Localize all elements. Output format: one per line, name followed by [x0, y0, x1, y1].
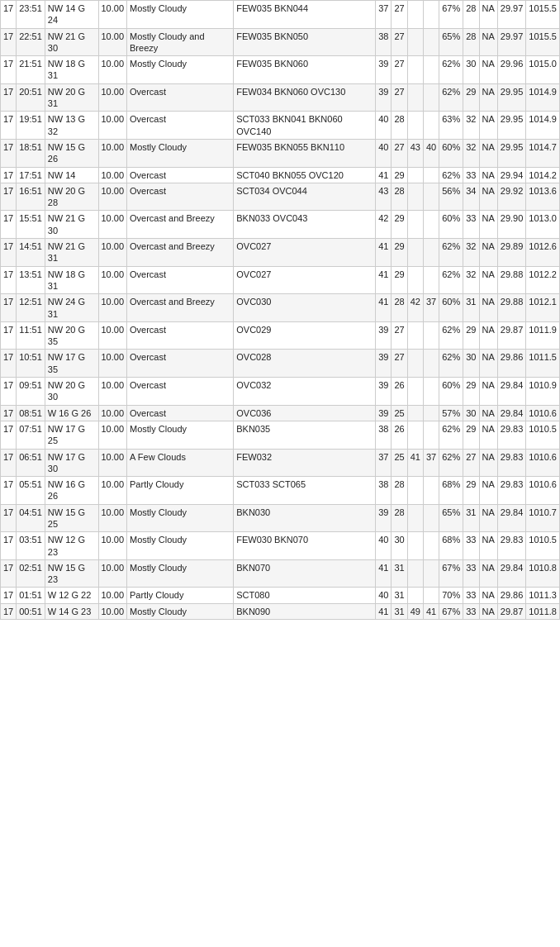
table-cell: 32 — [463, 112, 479, 140]
table-cell: 01:51 — [17, 588, 45, 603]
table-cell: NW 20 G 30 — [45, 378, 98, 406]
table-cell: BKN070 — [234, 559, 376, 588]
table-cell: 17 — [1, 532, 17, 560]
table-cell: 62% — [439, 421, 463, 449]
table-cell: OVC030 — [234, 294, 376, 322]
table-cell: NA — [479, 532, 497, 560]
table-cell: 29.84 — [497, 559, 526, 588]
table-cell: SCT033 SCT065 — [234, 477, 376, 505]
table-row: 1707:51NW 17 G 2510.00Mostly CloudyBKN03… — [1, 421, 560, 449]
table-cell: Mostly Cloudy — [127, 56, 234, 84]
table-cell: FEW035 BKN044 — [234, 1, 376, 29]
table-cell: 10.00 — [98, 449, 127, 477]
table-cell: 07:51 — [17, 421, 45, 449]
table-row: 1708:51W 16 G 2610.00OvercastOVC03639255… — [1, 405, 560, 421]
table-cell: NW 14 G 24 — [45, 1, 98, 29]
table-cell: 17 — [1, 378, 17, 406]
table-cell — [407, 378, 423, 406]
table-cell: SCT033 BKN041 BKN060 OVC140 — [234, 112, 376, 140]
table-cell: 1014.9 — [526, 83, 560, 112]
table-cell — [423, 405, 439, 421]
table-cell: 43 — [376, 183, 392, 211]
table-cell: 17 — [1, 504, 17, 532]
table-cell: 10.00 — [98, 477, 127, 505]
table-cell: 1010.8 — [526, 559, 560, 588]
table-cell: 29 — [463, 477, 479, 505]
weather-data-table: 1723:51NW 14 G 2410.00Mostly CloudyFEW03… — [0, 0, 560, 620]
table-cell: 43 — [407, 139, 423, 167]
table-cell — [423, 239, 439, 267]
table-cell: 29.84 — [497, 504, 526, 532]
table-cell — [423, 83, 439, 112]
table-cell: OVC032 — [234, 378, 376, 406]
table-cell: W 14 G 23 — [45, 603, 98, 619]
table-row: 1717:51NW 1410.00OvercastSCT040 BKN055 O… — [1, 167, 560, 183]
table-cell — [423, 321, 439, 350]
table-cell: 32 — [463, 239, 479, 267]
table-cell: 1011.5 — [526, 350, 560, 378]
table-cell: 15:51 — [17, 211, 45, 239]
table-cell: 23:51 — [17, 1, 45, 29]
table-cell: 10.00 — [98, 183, 127, 211]
table-cell: 29.84 — [497, 378, 526, 406]
table-cell: 17 — [1, 350, 17, 378]
table-cell: NW 20 G 31 — [45, 83, 98, 112]
table-cell: Overcast — [127, 83, 234, 112]
table-cell: SCT040 BKN055 OVC120 — [234, 167, 376, 183]
table-cell: 31 — [463, 294, 479, 322]
table-cell: Mostly Cloudy — [127, 532, 234, 560]
table-cell: NW 17 G 35 — [45, 350, 98, 378]
table-cell: 17 — [1, 421, 17, 449]
table-cell: 62% — [439, 449, 463, 477]
table-cell: 33 — [463, 588, 479, 603]
table-cell: OVC027 — [234, 239, 376, 267]
table-cell: NW 18 G 31 — [45, 56, 98, 84]
table-cell: 1012.2 — [526, 266, 560, 294]
table-row: 1703:51NW 12 G 2310.00Mostly CloudyFEW03… — [1, 532, 560, 560]
table-cell: 10.00 — [98, 321, 127, 350]
table-cell: NA — [479, 504, 497, 532]
table-row: 1710:51NW 17 G 3510.00OvercastOVC0283927… — [1, 350, 560, 378]
table-row: 1720:51NW 20 G 3110.00OvercastFEW034 BKN… — [1, 83, 560, 112]
table-cell: 00:51 — [17, 603, 45, 619]
table-cell: 37 — [423, 449, 439, 477]
table-cell: 20:51 — [17, 83, 45, 112]
table-cell: 39 — [376, 350, 392, 378]
table-cell: 17:51 — [17, 167, 45, 183]
table-cell: 29.87 — [497, 603, 526, 619]
table-cell: Overcast — [127, 350, 234, 378]
table-cell: 67% — [439, 1, 463, 29]
table-cell: 10.00 — [98, 1, 127, 29]
table-cell: OVC029 — [234, 321, 376, 350]
table-cell: Mostly Cloudy — [127, 559, 234, 588]
table-row: 1702:51NW 15 G 2310.00Mostly CloudyBKN07… — [1, 559, 560, 588]
table-cell: FEW032 — [234, 449, 376, 477]
table-cell: 17 — [1, 1, 17, 29]
table-cell: 31 — [392, 603, 407, 619]
table-cell: 29.94 — [497, 167, 526, 183]
table-cell: 1010.6 — [526, 405, 560, 421]
table-cell: 19:51 — [17, 112, 45, 140]
table-cell: 05:51 — [17, 477, 45, 505]
table-cell: 10.00 — [98, 532, 127, 560]
table-cell: 04:51 — [17, 504, 45, 532]
table-cell: BKN033 OVC043 — [234, 211, 376, 239]
table-cell: 28 — [392, 183, 407, 211]
table-cell: 27 — [392, 350, 407, 378]
table-cell: 41 — [407, 449, 423, 477]
table-cell: Mostly Cloudy — [127, 1, 234, 29]
table-cell: 29.83 — [497, 477, 526, 505]
table-cell: 1012.1 — [526, 294, 560, 322]
table-row: 1700:51W 14 G 2310.00Mostly CloudyBKN090… — [1, 603, 560, 619]
table-cell: 17 — [1, 294, 17, 322]
table-cell — [407, 239, 423, 267]
table-cell: Overcast — [127, 321, 234, 350]
table-cell: 17 — [1, 405, 17, 421]
table-cell: Overcast — [127, 378, 234, 406]
table-cell: 29.95 — [497, 83, 526, 112]
table-cell: 10.00 — [98, 239, 127, 267]
table-cell — [423, 504, 439, 532]
table-cell: 41 — [423, 603, 439, 619]
table-cell: 41 — [376, 239, 392, 267]
table-cell: 17 — [1, 211, 17, 239]
